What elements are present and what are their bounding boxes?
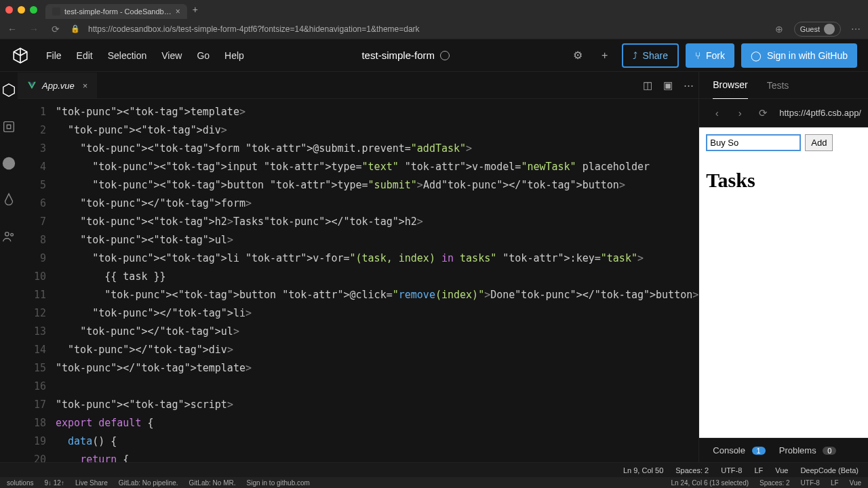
problems-tab[interactable]: Problems 0 <box>779 445 837 455</box>
code-editor[interactable]: 1234567891011121314151617181920 "tok-pun… <box>18 99 698 462</box>
vue-icon <box>27 81 37 90</box>
preview-reload-icon[interactable]: ⟳ <box>756 107 770 119</box>
console-count-badge: 1 <box>752 447 766 455</box>
tasks-heading: Tasks <box>706 169 868 192</box>
preview-tabs: Browser Tests <box>699 72 868 99</box>
back-button[interactable]: ← <box>5 24 19 35</box>
preview-pane: Browser Tests ‹ › ⟳ https://4ptf6.csb.ap… <box>698 72 868 462</box>
mac-window-chrome: test-simple-form - CodeSandb… × + <box>0 0 868 19</box>
svg-point-3 <box>11 233 14 236</box>
liveshare-item[interactable]: Live Share <box>75 479 108 487</box>
github-panel-icon[interactable] <box>0 155 18 172</box>
encoding[interactable]: UTF-8 <box>721 466 742 474</box>
favicon <box>52 7 60 16</box>
git-commits[interactable]: 9↓ 12↑ <box>44 479 64 487</box>
indentation[interactable]: Spaces: 2 <box>675 466 709 474</box>
editor-tabs: App.vue × ◫ ▣ ⋯ <box>18 72 698 99</box>
preview-url-bar: ‹ › ⟳ https://4ptf6.csb.app/ ✧ ⧉ <box>699 99 868 127</box>
project-title[interactable]: test-simple-form <box>361 49 435 61</box>
svg-point-2 <box>5 232 9 237</box>
lock-icon[interactable]: 🔒 <box>71 24 80 33</box>
menu-edit[interactable]: Edit <box>77 50 93 61</box>
eol[interactable]: LF <box>754 466 763 474</box>
gitlab-mr[interactable]: GitLab: No MR. <box>189 479 236 487</box>
menu-selection[interactable]: Selection <box>108 50 147 61</box>
layout-icon[interactable]: ▣ <box>658 79 678 92</box>
forward-button[interactable]: → <box>27 24 41 35</box>
browser-tab-title: test-simple-form - CodeSandb… <box>64 7 172 16</box>
svg-point-1 <box>3 157 15 169</box>
svg-rect-0 <box>4 122 14 132</box>
menu-help[interactable]: Help <box>224 50 244 61</box>
main-menu: File Edit Selection View Go Help <box>46 50 244 61</box>
problems-count-badge: 0 <box>823 447 836 455</box>
menu-go[interactable]: Go <box>197 50 210 61</box>
traffic-lights <box>5 6 37 14</box>
solutions-item[interactable]: solutions <box>7 479 33 487</box>
add-button[interactable]: Add <box>805 134 833 151</box>
bottom-eol[interactable]: LF <box>831 479 839 487</box>
bottom-bar: solutions 9↓ 12↑ Live Share GitLab: No p… <box>0 477 868 488</box>
github-icon: ◯ <box>751 50 762 61</box>
line-gutter: 1234567891011121314151617181920 <box>18 99 56 462</box>
language-mode[interactable]: Vue <box>775 466 788 474</box>
share-icon: ⤴ <box>633 50 637 61</box>
preview-forward-icon[interactable]: › <box>733 107 747 119</box>
console-tab[interactable]: Console 1 <box>713 445 765 455</box>
mac-close-button[interactable] <box>5 6 13 14</box>
live-icon[interactable] <box>0 228 18 245</box>
globe-icon[interactable] <box>440 51 450 60</box>
settings-panel-icon[interactable] <box>0 118 18 136</box>
zoom-icon[interactable]: ⊕ <box>772 24 786 35</box>
file-tab-label: App.vue <box>42 81 75 91</box>
browser-tab[interactable]: test-simple-form - CodeSandb… × <box>45 4 187 19</box>
tab-close-icon[interactable]: × <box>176 7 180 16</box>
share-button[interactable]: ⤴ Share <box>622 43 679 68</box>
cursor-position[interactable]: Ln 9, Col 50 <box>623 466 663 474</box>
reload-button[interactable]: ⟳ <box>49 24 62 35</box>
explorer-icon[interactable] <box>0 81 18 99</box>
browser-url-bar: ← → ⟳ 🔒 https://codesandbox.io/s/test-si… <box>0 19 868 39</box>
settings-icon[interactable]: ⚙ <box>568 45 588 66</box>
mac-fullscreen-button[interactable] <box>30 6 37 14</box>
bottom-encoding[interactable]: UTF-8 <box>801 479 820 487</box>
task-input[interactable] <box>706 134 801 151</box>
browser-menu-icon[interactable]: ⋯ <box>849 24 863 35</box>
codesandbox-menubar: File Edit Selection View Go Help test-si… <box>0 39 868 72</box>
activity-bar <box>0 72 18 462</box>
console-bar: Console 1 Problems 0 ⌃ <box>699 438 868 462</box>
deepcode[interactable]: DeepCode (Beta) <box>800 466 859 474</box>
github-signin-button[interactable]: ◯ Sign in with GitHub <box>741 43 857 68</box>
tab-browser[interactable]: Browser <box>713 72 747 99</box>
new-tab-button[interactable]: + <box>193 4 198 15</box>
preview-back-icon[interactable]: ‹ <box>710 107 724 119</box>
split-editor-icon[interactable]: ◫ <box>637 79 658 92</box>
bottom-spaces[interactable]: Spaces: 2 <box>760 479 789 487</box>
deploy-icon[interactable] <box>0 191 18 209</box>
gitlab-pipeline[interactable]: GitLab: No pipeline. <box>119 479 178 487</box>
url-field[interactable]: https://codesandbox.io/s/test-simple-for… <box>88 24 764 34</box>
more-icon[interactable]: ⋯ <box>678 79 698 92</box>
file-tab-app-vue[interactable]: App.vue × <box>18 73 97 98</box>
fork-icon: ⑂ <box>695 50 701 61</box>
file-tab-close-icon[interactable]: × <box>83 81 88 91</box>
mac-minimize-button[interactable] <box>18 6 25 14</box>
code-body[interactable]: "tok-punc"><"tok-tag">template> "tok-pun… <box>56 99 698 462</box>
menu-file[interactable]: File <box>46 50 62 61</box>
status-bar: Ln 9, Col 50 Spaces: 2 UTF-8 LF Vue Deep… <box>0 462 868 477</box>
fork-button[interactable]: ⑂ Fork <box>686 43 734 68</box>
bottom-lang[interactable]: Vue <box>850 479 861 487</box>
avatar-icon <box>824 24 835 35</box>
github-signin[interactable]: Sign in to github.com <box>247 479 310 487</box>
preview-url[interactable]: https://4ptf6.csb.app/ <box>779 108 861 118</box>
menu-view[interactable]: View <box>161 50 182 61</box>
tab-tests[interactable]: Tests <box>767 80 789 91</box>
selection-info[interactable]: Ln 24, Col 6 (13 selected) <box>671 479 749 487</box>
editor-area: App.vue × ◫ ▣ ⋯ 123456789101112131415161… <box>18 72 698 462</box>
guest-profile[interactable]: Guest <box>794 22 841 37</box>
codesandbox-logo[interactable] <box>11 46 30 65</box>
main-workspace: App.vue × ◫ ▣ ⋯ 123456789101112131415161… <box>0 72 868 462</box>
preview-content: Add Tasks <box>699 127 868 438</box>
add-icon[interactable]: + <box>595 45 615 66</box>
